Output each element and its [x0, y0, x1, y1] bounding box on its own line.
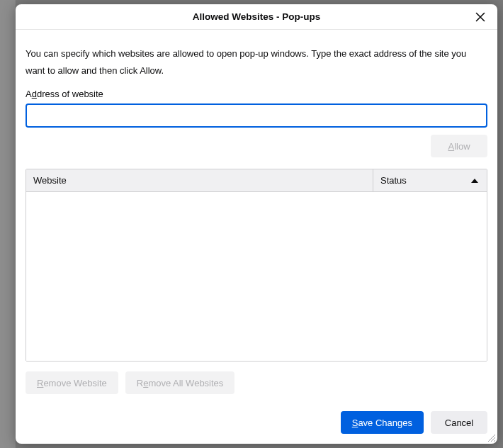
address-input[interactable] — [26, 103, 487, 128]
close-button[interactable] — [470, 7, 490, 27]
remove-all-websites-button[interactable]: Remove All Websites — [125, 371, 235, 394]
column-header-website[interactable]: Website — [26, 169, 373, 191]
cancel-button[interactable]: Cancel — [431, 411, 487, 434]
allow-button[interactable]: Allow — [431, 135, 487, 157]
popups-allowed-dialog: Allowed Websites - Pop-ups You can speci… — [16, 4, 497, 444]
save-changes-button[interactable]: Save Changes — [341, 411, 424, 434]
column-header-status[interactable]: Status — [373, 169, 487, 191]
dialog-title: Allowed Websites - Pop-ups — [193, 11, 321, 22]
table-body — [26, 192, 487, 361]
close-icon — [475, 12, 485, 22]
dialog-header: Allowed Websites - Pop-ups — [16, 4, 497, 30]
resize-grip[interactable] — [486, 432, 496, 442]
websites-table: Website Status — [26, 169, 487, 362]
sort-ascending-icon — [471, 179, 478, 183]
remove-website-button[interactable]: Remove Website — [26, 371, 118, 394]
svg-line-2 — [494, 440, 495, 442]
table-header: Website Status — [26, 169, 487, 192]
dialog-description: You can specify which websites are allow… — [26, 45, 487, 79]
address-label: Address of website — [26, 89, 487, 99]
